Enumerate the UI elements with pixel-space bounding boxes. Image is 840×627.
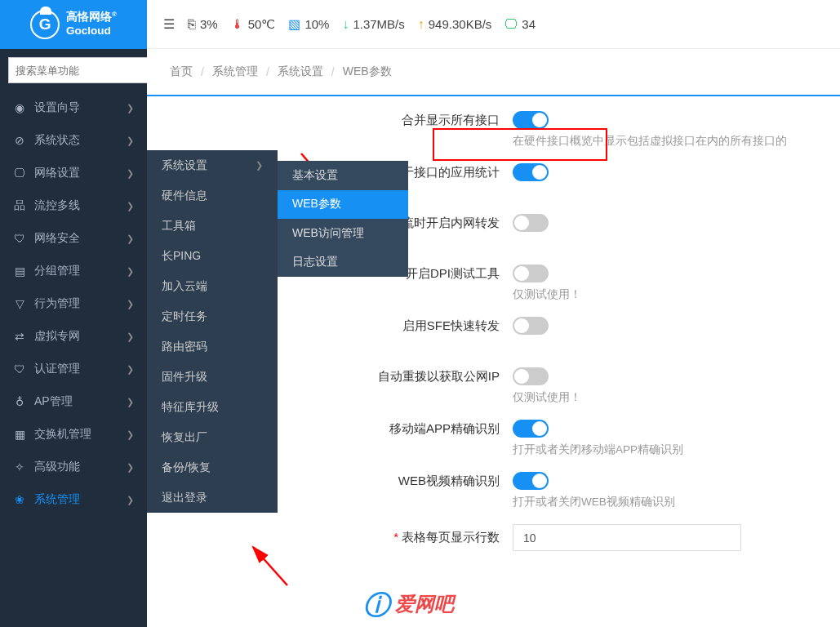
submenu-item[interactable]: 备份/恢复 xyxy=(147,452,278,482)
submenu-item[interactable]: 特征库升级 xyxy=(147,392,278,422)
breadcrumb-item: WEB参数 xyxy=(343,64,392,79)
nav-label: 网络设置 xyxy=(34,166,80,180)
submenu-item[interactable]: 定时任务 xyxy=(147,301,278,331)
sidebar-item[interactable]: ▦交换机管理❯ xyxy=(0,418,147,451)
submenu-label: 路由密码 xyxy=(162,340,207,354)
menu-toggle-icon[interactable]: ☰ xyxy=(163,16,175,32)
submenu-item[interactable]: 固件升级 xyxy=(147,362,278,392)
submenu-label: 恢复出厂 xyxy=(162,430,207,445)
submenu-item[interactable]: 加入云端 xyxy=(147,271,278,301)
breadcrumb-item[interactable]: 首页 xyxy=(170,64,193,79)
nav-label: 虚拟专网 xyxy=(34,329,80,344)
submenu-label: 固件升级 xyxy=(162,370,207,385)
chevron-right-icon: ❯ xyxy=(127,168,134,179)
submenu-item[interactable]: 长PING xyxy=(147,241,278,271)
submenu-item[interactable]: 恢复出厂 xyxy=(147,422,278,452)
redial-hint: 仅测试使用！ xyxy=(513,390,817,405)
sidebar-item[interactable]: ❀系统管理❯ xyxy=(0,483,147,516)
submenu-label: 系统设置 xyxy=(162,158,207,173)
submenu2-item[interactable]: 基本设置 xyxy=(278,161,408,190)
sidebar-item[interactable]: ♁AP管理❯ xyxy=(0,385,147,418)
sidebar-item[interactable]: ⊘系统状态❯ xyxy=(0,124,147,157)
nav-label: 设置向导 xyxy=(34,100,80,115)
nav-icon: ✧ xyxy=(13,460,26,474)
merge-display-label: 合并显示所有接口 xyxy=(170,113,513,128)
nav-label: AP管理 xyxy=(34,394,73,409)
nav-icon: ♁ xyxy=(13,395,26,408)
app-detect-hint: 打开或者关闭移动端APP精确识别 xyxy=(513,442,817,457)
chevron-right-icon: ❯ xyxy=(127,103,134,113)
video-detect-hint: 打开或者关闭WEB视频精确识别 xyxy=(513,495,817,509)
nav-icon: ⊘ xyxy=(13,134,26,147)
video-detect-toggle[interactable] xyxy=(513,472,549,490)
sfe-toggle[interactable] xyxy=(513,317,549,335)
submenu-item[interactable]: 硬件信息 xyxy=(147,180,278,211)
watermark: ⓘ 爱网吧 xyxy=(363,588,454,624)
submenu2-item[interactable]: WEB访问管理 xyxy=(278,219,408,248)
page-rows-input[interactable] xyxy=(513,524,741,551)
submenu-label: 备份/恢复 xyxy=(162,460,211,475)
breadcrumb-item[interactable]: 系统设置 xyxy=(278,64,323,79)
nav-icon: 🖵 xyxy=(13,167,26,180)
search-input[interactable] xyxy=(8,57,147,83)
cpu-stat: ⎘3% xyxy=(188,17,218,32)
merge-display-hint: 在硬件接口概览中显示包括虚拟接口在内的所有接口的 xyxy=(513,134,817,149)
app-stats-toggle[interactable] xyxy=(513,163,549,181)
connections-stat: 🖵34 xyxy=(504,17,536,32)
submenu-label: 特征库升级 xyxy=(162,400,219,415)
submenu-label: 工具箱 xyxy=(162,219,196,233)
page-rows-label: *表格每页显示行数 xyxy=(170,530,513,545)
chevron-right-icon: ❯ xyxy=(127,397,134,407)
submenu-label: 退出登录 xyxy=(162,491,207,505)
submenu-item[interactable]: 系统设置❯ xyxy=(147,150,278,180)
dpi-hint: 仅测试使用！ xyxy=(513,287,817,302)
sidebar-item[interactable]: 🖵网络设置❯ xyxy=(0,157,147,189)
nav-icon: ⇄ xyxy=(13,330,26,343)
sidebar-item[interactable]: ▤分组管理❯ xyxy=(0,255,147,287)
topbar: G 高恪网络® Gocloud ☰ ⎘3% 🌡50℃ ▧10% ↓1.37MB/… xyxy=(0,0,840,49)
nav-icon: 🛡 xyxy=(13,232,26,245)
sidebar-item[interactable]: ⇄虚拟专网❯ xyxy=(0,320,147,353)
chevron-right-icon: ❯ xyxy=(127,364,134,375)
nav-icon: ▦ xyxy=(13,428,26,441)
submenu2-item[interactable]: 日志设置 xyxy=(278,248,408,278)
app-detect-toggle[interactable] xyxy=(513,420,549,438)
submenu-label: 加入云端 xyxy=(162,279,207,294)
submenu-item[interactable]: 路由密码 xyxy=(147,331,278,362)
cloud-logo-icon: G xyxy=(30,10,60,39)
nav-label: 系统状态 xyxy=(34,133,80,148)
submenu-item[interactable]: 退出登录 xyxy=(147,482,278,513)
merge-display-toggle[interactable] xyxy=(513,111,549,129)
multi-forward-toggle[interactable] xyxy=(513,214,549,232)
sidebar-item[interactable]: 🛡认证管理❯ xyxy=(0,353,147,385)
breadcrumb-item[interactable]: 系统管理 xyxy=(212,64,258,79)
temp-stat: 🌡50℃ xyxy=(231,17,276,32)
redial-toggle[interactable] xyxy=(513,367,549,385)
submenu-label: 定时任务 xyxy=(162,309,207,324)
chevron-right-icon: ❯ xyxy=(127,429,134,440)
nav-icon: ❀ xyxy=(13,493,26,506)
sidebar-item[interactable]: ▽行为管理❯ xyxy=(0,287,147,320)
download-stat: ↓1.37MB/s xyxy=(342,17,404,32)
sidebar-item[interactable]: 品流控多线❯ xyxy=(0,189,147,222)
submenu-settings: 基本设置WEB参数WEB访问管理日志设置 xyxy=(278,161,408,277)
submenu2-item[interactable]: WEB参数 xyxy=(278,190,408,220)
nav-label: 分组管理 xyxy=(34,264,80,278)
sidebar-item[interactable]: 🛡网络安全❯ xyxy=(0,222,147,255)
submenu-item[interactable]: 工具箱 xyxy=(147,211,278,241)
chevron-right-icon: ❯ xyxy=(256,160,263,171)
nav-label: 行为管理 xyxy=(34,296,80,311)
sidebar: 🔍 ☰ ◉设置向导❯⊘系统状态❯🖵网络设置❯品流控多线❯🛡网络安全❯▤分组管理❯… xyxy=(0,49,147,627)
sidebar-item[interactable]: ◉设置向导❯ xyxy=(0,91,147,124)
memory-stat: ▧10% xyxy=(288,16,329,32)
chevron-right-icon: ❯ xyxy=(127,136,134,146)
chevron-right-icon: ❯ xyxy=(127,266,134,277)
upload-stat: ↑949.30KB/s xyxy=(418,17,492,32)
sidebar-item[interactable]: ✧高级功能❯ xyxy=(0,451,147,483)
search-bar: 🔍 ☰ xyxy=(0,49,147,91)
nav-label: 网络安全 xyxy=(34,231,80,246)
submenu-label: 长PING xyxy=(162,249,201,264)
svg-line-3 xyxy=(253,547,287,585)
dpi-toggle[interactable] xyxy=(513,265,549,282)
logo[interactable]: G 高恪网络® Gocloud xyxy=(0,0,147,49)
